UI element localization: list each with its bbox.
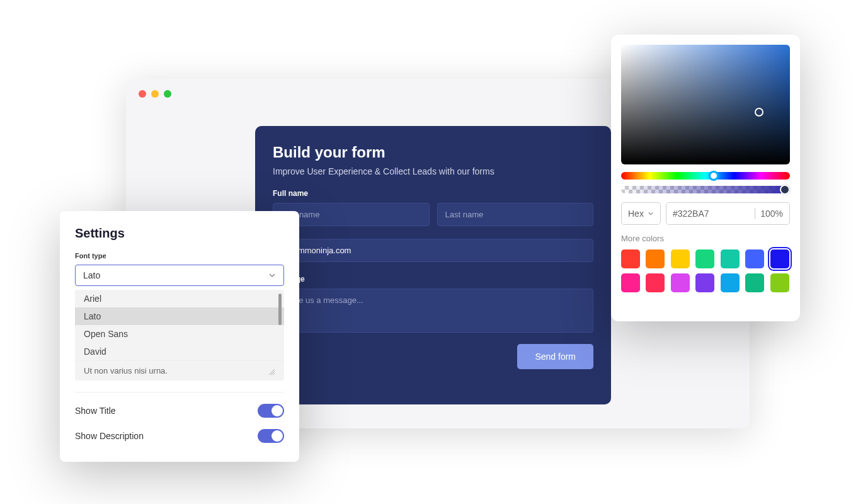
lastname-input[interactable] [437, 203, 594, 226]
hex-divider [755, 208, 755, 219]
settings-panel: Settings Font type Lato Ariel Lato Open … [60, 211, 299, 462]
divider [75, 392, 284, 392]
show-title-row: Show Title [75, 404, 284, 418]
fullname-label: Full name [273, 189, 593, 198]
show-title-toggle[interactable] [258, 404, 284, 418]
preview-text-box: Ut non varius nisi urna. [75, 360, 284, 381]
font-select[interactable]: Lato [75, 265, 284, 286]
color-swatch[interactable] [671, 273, 690, 292]
show-description-row: Show Description [75, 429, 284, 443]
window-close-icon[interactable] [139, 90, 146, 98]
color-swatch[interactable] [671, 249, 690, 268]
hue-slider[interactable] [621, 172, 790, 180]
email-row [273, 239, 593, 262]
preview-text: Ut non varius nisi urna. [84, 366, 168, 375]
color-swatch[interactable] [745, 249, 764, 268]
font-select-value: Lato [83, 270, 100, 280]
alpha-slider[interactable] [621, 186, 790, 193]
font-option-ariel[interactable]: Ariel [75, 290, 284, 307]
message-label: Message [273, 275, 593, 284]
swatch-grid [621, 249, 790, 292]
chevron-down-icon [268, 272, 276, 279]
resize-handle-icon[interactable] [268, 368, 275, 375]
form-subtitle: Improve User Experience & Collect Leads … [273, 166, 593, 176]
email-input[interactable] [273, 239, 593, 262]
color-swatch[interactable] [721, 249, 740, 268]
color-swatch[interactable] [695, 273, 714, 292]
color-swatch[interactable] [646, 249, 665, 268]
alpha-thumb[interactable] [780, 185, 790, 195]
message-textarea[interactable] [273, 289, 593, 333]
color-swatch[interactable] [721, 273, 740, 292]
settings-title: Settings [75, 226, 284, 241]
font-option-david[interactable]: David [75, 343, 284, 360]
chevron-down-icon [648, 210, 654, 217]
opacity-value: 100% [760, 209, 783, 219]
color-format-value: Hex [628, 209, 644, 219]
color-picker-panel: Hex #322BA7 100% More colors [611, 35, 800, 321]
window-minimize-icon[interactable] [151, 90, 159, 98]
form-builder-card: Build your form Improve User Experience … [255, 126, 611, 404]
show-description-label: Show Description [75, 431, 144, 441]
window-maximize-icon[interactable] [164, 90, 171, 98]
color-gradient-area[interactable] [621, 45, 790, 164]
hex-input[interactable]: #322BA7 100% [666, 202, 790, 225]
more-colors-label: More colors [621, 234, 790, 243]
font-option-opensans[interactable]: Open Sans [75, 325, 284, 343]
color-swatch[interactable] [695, 249, 714, 268]
color-swatch[interactable] [646, 273, 665, 292]
color-cursor-icon[interactable] [755, 108, 763, 117]
color-inputs-row: Hex #322BA7 100% [621, 202, 790, 225]
font-option-lato[interactable]: Lato [75, 307, 284, 325]
color-swatch[interactable] [770, 249, 789, 268]
font-type-label: Font type [75, 252, 284, 260]
hex-value: #322BA7 [673, 209, 750, 219]
color-swatch[interactable] [621, 273, 640, 292]
send-form-button[interactable]: Send form [517, 344, 593, 369]
color-swatch[interactable] [770, 273, 789, 292]
show-title-label: Show Title [75, 406, 116, 416]
dropdown-scrollbar[interactable] [278, 294, 282, 325]
toggle-knob [271, 405, 283, 416]
fullname-row [273, 203, 593, 226]
hue-thumb[interactable] [709, 171, 719, 181]
color-format-select[interactable]: Hex [621, 202, 661, 225]
color-swatch[interactable] [745, 273, 764, 292]
color-swatch[interactable] [621, 249, 640, 268]
toggle-knob [271, 430, 283, 442]
show-description-toggle[interactable] [258, 429, 284, 443]
form-title: Build your form [273, 144, 593, 161]
font-dropdown: Ariel Lato Open Sans David Ut non varius… [75, 290, 284, 381]
